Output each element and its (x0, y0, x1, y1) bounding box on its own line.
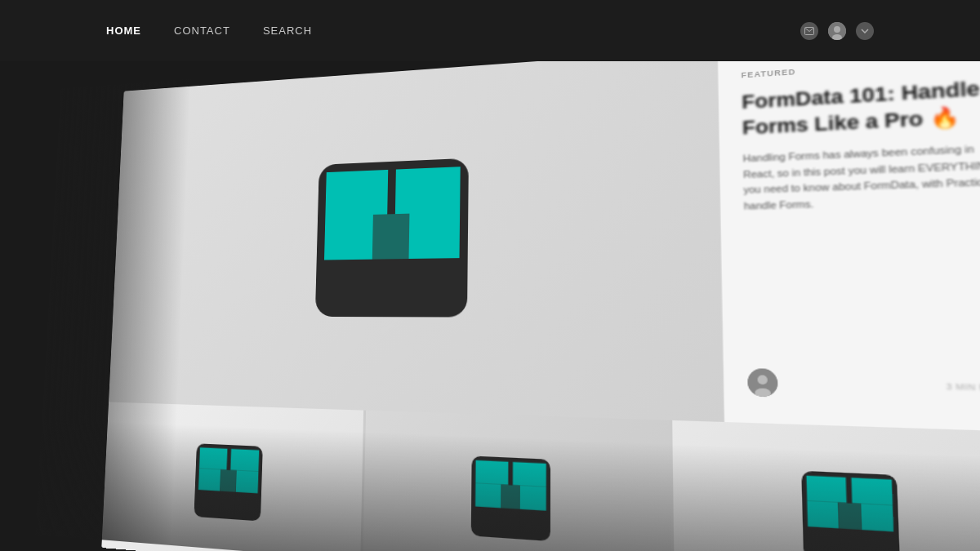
svg-rect-37 (861, 504, 893, 531)
svg-rect-32 (806, 475, 847, 503)
nav-item-search[interactable]: SEARCH (263, 24, 312, 37)
svg-rect-11 (372, 213, 409, 259)
author-avatar (747, 368, 778, 397)
article-tag: FEATURED (741, 61, 980, 80)
svg-rect-21 (236, 470, 259, 493)
topbar-right-icons (800, 22, 874, 40)
svg-rect-6 (394, 167, 460, 214)
nav-menu: HOME CONTACT SEARCH (106, 24, 312, 37)
svg-rect-17 (230, 448, 259, 471)
t-logo-small-2 (471, 455, 550, 541)
svg-rect-10 (408, 211, 460, 258)
svg-rect-7 (387, 169, 396, 214)
perspective-wrapper: FEATURED FormData 101: Handle Forms Like… (35, 61, 980, 551)
main-content: FEATURED FormData 101: Handle Forms Like… (0, 61, 980, 551)
svg-rect-36 (807, 500, 839, 528)
card-item-2 (363, 411, 671, 551)
user-avatar-icon[interactable] (828, 22, 846, 40)
svg-rect-22 (220, 469, 237, 491)
article-meta: 3 MIN READ (747, 368, 980, 403)
website-mockup: FEATURED FormData 101: Handle Forms Like… (101, 61, 980, 551)
svg-rect-24 (475, 460, 508, 484)
svg-rect-30 (501, 484, 520, 509)
t-logo-main (314, 158, 468, 317)
svg-rect-28 (475, 482, 501, 507)
hero-section: FEATURED FormData 101: Handle Forms Like… (109, 61, 980, 433)
svg-rect-29 (520, 485, 546, 510)
svg-rect-34 (846, 477, 852, 503)
svg-rect-20 (198, 468, 220, 491)
svg-point-2 (834, 26, 840, 33)
hero-article-panel: FEATURED FormData 101: Handle Forms Like… (717, 61, 980, 433)
t-logo-small-3 (801, 470, 900, 551)
svg-rect-25 (513, 461, 546, 487)
svg-rect-38 (838, 502, 862, 529)
hero-logo-area (109, 61, 724, 422)
article-excerpt: Handling Forms has always been confusing… (742, 140, 980, 215)
svg-rect-9 (324, 214, 373, 260)
nav-item-home[interactable]: HOME (106, 24, 141, 37)
article-title: FormData 101: Handle Forms Like a Pro 🔥 (742, 75, 980, 141)
svg-rect-5 (325, 169, 388, 216)
top-nav-bar: HOME CONTACT SEARCH (0, 0, 980, 61)
nav-item-contact[interactable]: CONTACT (174, 24, 230, 37)
svg-rect-26 (509, 461, 513, 485)
mail-icon[interactable] (800, 22, 818, 40)
t-logo-small-1 (194, 443, 262, 521)
card-item-1 (101, 402, 363, 551)
svg-rect-16 (199, 447, 228, 470)
read-more-label[interactable]: 3 MIN READ (946, 381, 980, 393)
svg-rect-33 (851, 478, 893, 505)
chevron-down-icon[interactable] (856, 22, 874, 40)
card-item-3 (672, 420, 980, 551)
